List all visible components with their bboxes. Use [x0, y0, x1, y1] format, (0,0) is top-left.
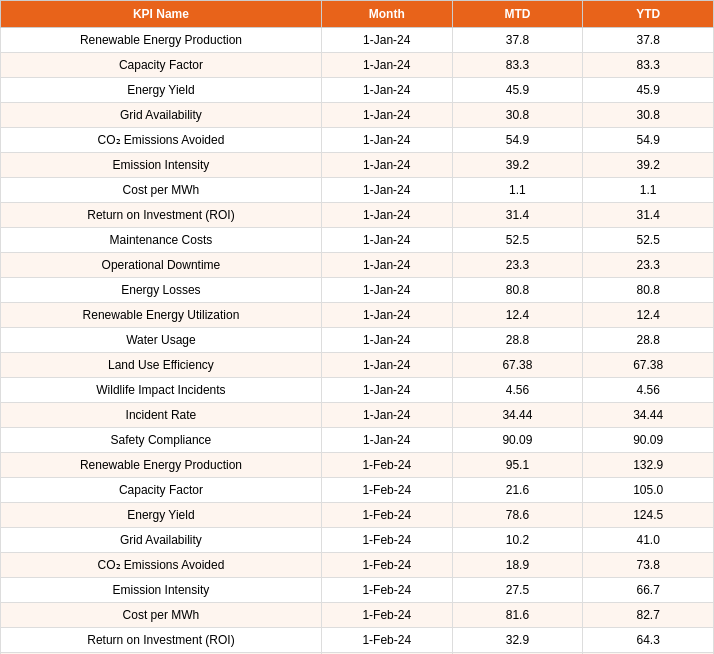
- table-row: Emission Intensity1-Feb-2427.566.7: [1, 578, 714, 603]
- kpi-name-cell: Energy Yield: [1, 503, 322, 528]
- table-row: Renewable Energy Production1-Jan-2437.83…: [1, 28, 714, 53]
- mtd-cell: 34.44: [452, 403, 583, 428]
- month-cell: 1-Jan-24: [321, 203, 452, 228]
- kpi-name-cell: Return on Investment (ROI): [1, 628, 322, 653]
- table-row: Capacity Factor1-Jan-2483.383.3: [1, 53, 714, 78]
- kpi-name-cell: Renewable Energy Production: [1, 28, 322, 53]
- month-cell: 1-Jan-24: [321, 303, 452, 328]
- mtd-cell: 10.2: [452, 528, 583, 553]
- kpi-name-cell: Cost per MWh: [1, 178, 322, 203]
- mtd-cell: 52.5: [452, 228, 583, 253]
- ytd-cell: 105.0: [583, 478, 714, 503]
- ytd-cell: 30.8: [583, 103, 714, 128]
- table-row: CO₂ Emissions Avoided1-Feb-2418.973.8: [1, 553, 714, 578]
- ytd-cell: 67.38: [583, 353, 714, 378]
- mtd-cell: 37.8: [452, 28, 583, 53]
- kpi-name-cell: CO₂ Emissions Avoided: [1, 128, 322, 153]
- ytd-cell: 52.5: [583, 228, 714, 253]
- month-cell: 1-Jan-24: [321, 228, 452, 253]
- kpi-name-cell: Water Usage: [1, 328, 322, 353]
- table-row: Return on Investment (ROI)1-Jan-2431.431…: [1, 203, 714, 228]
- month-cell: 1-Jan-24: [321, 53, 452, 78]
- kpi-name-cell: Energy Yield: [1, 78, 322, 103]
- ytd-cell: 39.2: [583, 153, 714, 178]
- column-header-ytd: YTD: [583, 1, 714, 28]
- month-cell: 1-Jan-24: [321, 353, 452, 378]
- mtd-cell: 1.1: [452, 178, 583, 203]
- kpi-name-cell: Safety Compliance: [1, 428, 322, 453]
- kpi-name-cell: Incident Rate: [1, 403, 322, 428]
- ytd-cell: 64.3: [583, 628, 714, 653]
- table-row: Grid Availability1-Jan-2430.830.8: [1, 103, 714, 128]
- kpi-name-cell: Renewable Energy Utilization: [1, 303, 322, 328]
- mtd-cell: 28.8: [452, 328, 583, 353]
- mtd-cell: 31.4: [452, 203, 583, 228]
- mtd-cell: 54.9: [452, 128, 583, 153]
- ytd-cell: 23.3: [583, 253, 714, 278]
- kpi-name-cell: Capacity Factor: [1, 478, 322, 503]
- kpi-name-cell: Return on Investment (ROI): [1, 203, 322, 228]
- ytd-cell: 28.8: [583, 328, 714, 353]
- table-row: Wildlife Impact Incidents1-Jan-244.564.5…: [1, 378, 714, 403]
- month-cell: 1-Feb-24: [321, 453, 452, 478]
- ytd-cell: 34.44: [583, 403, 714, 428]
- ytd-cell: 83.3: [583, 53, 714, 78]
- column-header-kpi-name: KPI Name: [1, 1, 322, 28]
- mtd-cell: 45.9: [452, 78, 583, 103]
- month-cell: 1-Jan-24: [321, 128, 452, 153]
- mtd-cell: 27.5: [452, 578, 583, 603]
- mtd-cell: 4.56: [452, 378, 583, 403]
- table-row: Renewable Energy Utilization1-Jan-2412.4…: [1, 303, 714, 328]
- mtd-cell: 83.3: [452, 53, 583, 78]
- month-cell: 1-Jan-24: [321, 153, 452, 178]
- table-row: Land Use Efficiency1-Jan-2467.3867.38: [1, 353, 714, 378]
- mtd-cell: 30.8: [452, 103, 583, 128]
- ytd-cell: 12.4: [583, 303, 714, 328]
- month-cell: 1-Jan-24: [321, 328, 452, 353]
- ytd-cell: 31.4: [583, 203, 714, 228]
- table-row: Cost per MWh1-Jan-241.11.1: [1, 178, 714, 203]
- mtd-cell: 21.6: [452, 478, 583, 503]
- table-row: Water Usage1-Jan-2428.828.8: [1, 328, 714, 353]
- kpi-name-cell: Grid Availability: [1, 528, 322, 553]
- table-row: Capacity Factor1-Feb-2421.6105.0: [1, 478, 714, 503]
- kpi-name-cell: CO₂ Emissions Avoided: [1, 553, 322, 578]
- table-row: Grid Availability1-Feb-2410.241.0: [1, 528, 714, 553]
- ytd-cell: 90.09: [583, 428, 714, 453]
- month-cell: 1-Jan-24: [321, 78, 452, 103]
- kpi-name-cell: Renewable Energy Production: [1, 453, 322, 478]
- month-cell: 1-Jan-24: [321, 178, 452, 203]
- ytd-cell: 4.56: [583, 378, 714, 403]
- ytd-cell: 124.5: [583, 503, 714, 528]
- ytd-cell: 54.9: [583, 128, 714, 153]
- month-cell: 1-Jan-24: [321, 253, 452, 278]
- month-cell: 1-Feb-24: [321, 578, 452, 603]
- month-cell: 1-Feb-24: [321, 478, 452, 503]
- ytd-cell: 41.0: [583, 528, 714, 553]
- table-row: Energy Yield1-Jan-2445.945.9: [1, 78, 714, 103]
- kpi-name-cell: Grid Availability: [1, 103, 322, 128]
- table-row: Safety Compliance1-Jan-2490.0990.09: [1, 428, 714, 453]
- month-cell: 1-Jan-24: [321, 403, 452, 428]
- table-row: Energy Losses1-Jan-2480.880.8: [1, 278, 714, 303]
- kpi-name-cell: Operational Downtime: [1, 253, 322, 278]
- kpi-name-cell: Maintenance Costs: [1, 228, 322, 253]
- month-cell: 1-Jan-24: [321, 378, 452, 403]
- column-header-month: Month: [321, 1, 452, 28]
- month-cell: 1-Feb-24: [321, 553, 452, 578]
- mtd-cell: 81.6: [452, 603, 583, 628]
- kpi-name-cell: Capacity Factor: [1, 53, 322, 78]
- kpi-name-cell: Energy Losses: [1, 278, 322, 303]
- ytd-cell: 73.8: [583, 553, 714, 578]
- kpi-name-cell: Cost per MWh: [1, 603, 322, 628]
- kpi-table: KPI NameMonthMTDYTD Renewable Energy Pro…: [0, 0, 714, 654]
- table-row: CO₂ Emissions Avoided1-Jan-2454.954.9: [1, 128, 714, 153]
- column-header-mtd: MTD: [452, 1, 583, 28]
- ytd-cell: 37.8: [583, 28, 714, 53]
- table-row: Cost per MWh1-Feb-2481.682.7: [1, 603, 714, 628]
- kpi-name-cell: Emission Intensity: [1, 153, 322, 178]
- ytd-cell: 132.9: [583, 453, 714, 478]
- ytd-cell: 45.9: [583, 78, 714, 103]
- ytd-cell: 66.7: [583, 578, 714, 603]
- mtd-cell: 23.3: [452, 253, 583, 278]
